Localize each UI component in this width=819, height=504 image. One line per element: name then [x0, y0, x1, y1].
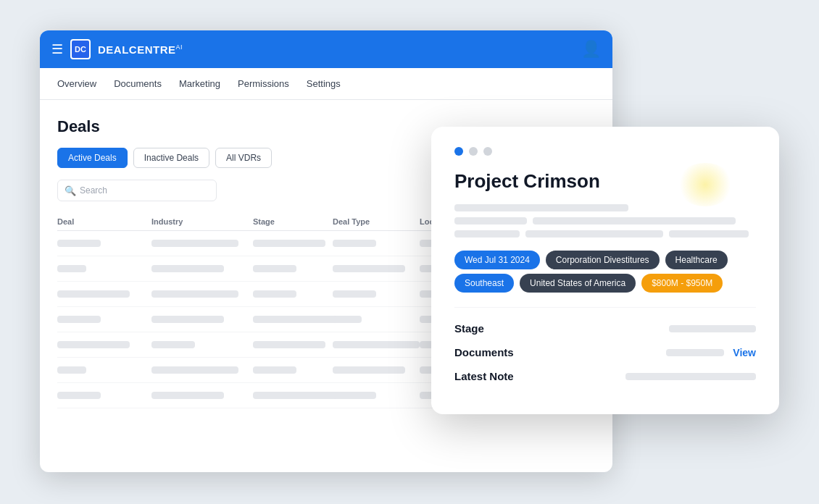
main-nav: Overview Documents Marketing Permissions…	[40, 68, 612, 100]
overlay-card: Project Crimson Wed Jul 31 2024 Corporat…	[431, 127, 779, 414]
search-container: 🔍	[57, 180, 217, 201]
tag-valuation: $800M - $950M	[641, 274, 723, 293]
col-deal-type: Deal Type	[333, 217, 420, 226]
skeleton-line-1	[454, 204, 628, 211]
search-input[interactable]	[57, 180, 217, 201]
card-title-container: Project Crimson	[454, 170, 756, 193]
stage-value	[669, 325, 756, 332]
tags-row-1: Wed Jul 31 2024 Corporation Divestitures…	[454, 251, 756, 269]
latest-note-value	[625, 373, 756, 380]
title-glow-decoration	[676, 163, 734, 206]
col-deal: Deal	[57, 217, 151, 226]
search-icon: 🔍	[65, 185, 76, 196]
tag-southeast: Southeast	[454, 274, 514, 293]
card-divider	[454, 307, 756, 308]
stage-row: Stage	[454, 322, 756, 335]
logo-badge: DC	[70, 39, 91, 59]
latest-note-row: Latest Note	[454, 370, 756, 382]
tag-healthcare: Healthcare	[665, 251, 728, 269]
documents-row: Documents View	[454, 346, 756, 358]
latest-note-skeleton	[625, 373, 756, 380]
skeleton-line-2b	[533, 217, 736, 224]
tags-row-2: Southeast United States of America $800M…	[454, 274, 756, 293]
view-documents-link[interactable]: View	[733, 347, 756, 358]
documents-skeleton	[666, 349, 724, 356]
nav-item-overview[interactable]: Overview	[57, 75, 96, 92]
stage-skeleton	[669, 325, 756, 332]
user-avatar-icon[interactable]: 👤	[581, 40, 601, 58]
tag-usa: United States of America	[520, 274, 636, 293]
tab-all-vdrs[interactable]: All VDRs	[215, 148, 272, 168]
card-description-skeletons	[454, 204, 756, 238]
header-right: 👤	[581, 40, 601, 59]
skeleton-line-2a	[454, 217, 527, 224]
dot-2[interactable]	[469, 147, 478, 156]
nav-item-permissions[interactable]: Permissions	[238, 75, 289, 92]
nav-item-marketing[interactable]: Marketing	[179, 75, 220, 92]
nav-item-settings[interactable]: Settings	[307, 75, 341, 92]
header: ☰ DC DEALCENTREAI 👤	[40, 30, 612, 68]
tab-inactive-deals[interactable]: Inactive Deals	[133, 148, 209, 168]
dot-1[interactable]	[454, 147, 463, 156]
documents-value: View	[666, 347, 756, 358]
card-dots	[454, 147, 756, 156]
project-title: Project Crimson	[454, 170, 600, 192]
col-industry: Industry	[151, 217, 253, 226]
tab-active-deals[interactable]: Active Deals	[57, 148, 128, 168]
dot-3[interactable]	[483, 147, 492, 156]
logo-text: DEALCENTREAI	[98, 43, 183, 56]
documents-label: Documents	[454, 346, 514, 358]
skeleton-line-3b	[525, 230, 663, 238]
stage-label: Stage	[454, 322, 484, 335]
header-left: ☰ DC DEALCENTREAI	[51, 39, 183, 59]
nav-item-documents[interactable]: Documents	[114, 75, 162, 92]
latest-note-label: Latest Note	[454, 370, 514, 382]
menu-icon[interactable]: ☰	[51, 41, 63, 57]
skeleton-line-3c	[669, 230, 749, 238]
col-stage: Stage	[253, 217, 333, 226]
tag-date: Wed Jul 31 2024	[454, 251, 540, 269]
tag-corp-divestitures: Corporation Divestitures	[546, 251, 660, 269]
skeleton-line-3a	[454, 230, 520, 238]
